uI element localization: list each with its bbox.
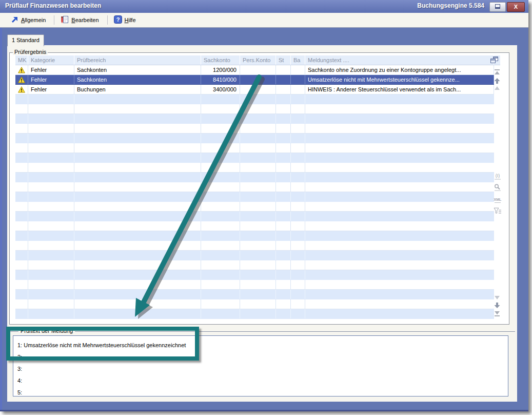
table-cell: Fehler (28, 75, 74, 84)
table-cell (74, 251, 201, 260)
table-empty-row (15, 163, 494, 173)
table-empty-row (15, 260, 494, 270)
table-cell (276, 270, 291, 279)
table-cell (276, 153, 291, 162)
toolbar-button-hilfe[interactable]: ?Hilfe (112, 14, 140, 26)
table-empty-row (15, 124, 494, 134)
table-cell (291, 290, 305, 299)
table-cell (291, 299, 305, 309)
table-cell (276, 280, 291, 289)
table-empty-row (15, 309, 494, 319)
scroll-down-icon[interactable] (494, 294, 502, 303)
column-header[interactable]: Ba (291, 55, 305, 65)
table-cell (276, 231, 291, 240)
table-empty-row (15, 192, 494, 202)
table-cell (201, 163, 240, 172)
column-header[interactable]: Sachkonto (201, 55, 240, 65)
table-cell (276, 85, 291, 94)
table-cell (276, 290, 291, 299)
svg-text:?: ? (116, 16, 120, 23)
app-version: Buchungsengine 5.584 (417, 2, 484, 9)
table-cell (74, 290, 201, 299)
table-cell (276, 241, 291, 250)
table-cell (74, 202, 201, 211)
table-cell (201, 299, 240, 309)
window-title: Prüflauf Finanzwesen bearbeiten (5, 2, 101, 9)
table-cell (276, 134, 291, 143)
table-empty-row (15, 290, 494, 299)
table-cell (74, 134, 201, 143)
table-cell (291, 143, 305, 153)
search-icon[interactable] (494, 183, 502, 192)
table-header-row[interactable]: MKKategoriePrüfbereichSachkontoPers.Kont… (15, 55, 500, 65)
toolbar-button-allgemein[interactable]: Allgemein (8, 14, 50, 26)
scroll-up-icon[interactable] (494, 85, 502, 93)
table-row[interactable]: FehlerBuchungen3400/000HINWEIS : Anderer… (15, 85, 494, 95)
table-cell (201, 124, 240, 133)
table-cell (201, 231, 240, 240)
table-cell (276, 75, 291, 84)
table-cell (291, 85, 305, 94)
table-cell (74, 114, 201, 123)
table-cell (240, 182, 276, 192)
brackets-icon[interactable]: (I) (494, 173, 502, 181)
toolbar-separator (107, 15, 108, 25)
result-table: MKKategoriePrüfbereichSachkontoPers.Kont… (15, 55, 500, 319)
table-cell (15, 221, 28, 231)
xml-icon[interactable]: XML (494, 196, 502, 204)
table-cell (240, 124, 276, 133)
table-cell (291, 104, 305, 114)
table-cell (276, 65, 291, 74)
table-cell (240, 260, 276, 270)
close-button[interactable]: X (507, 2, 525, 12)
memo-line: 3: (17, 363, 508, 375)
table-empty-row (15, 173, 494, 182)
window-left-edge (0, 13, 2, 411)
table-empty-row (15, 202, 494, 212)
table-cell (240, 251, 276, 260)
table-row[interactable]: FehlerSachkonten8410/000Umsatzerlöse nic… (15, 75, 494, 85)
table-cell (74, 212, 201, 221)
table-cell (15, 95, 28, 104)
table-cell (74, 231, 201, 240)
table-cell (15, 251, 28, 260)
title-bar: Prüflauf Finanzwesen bearbeiten Buchungs… (0, 0, 528, 13)
column-header[interactable]: Pers.Konto (240, 55, 276, 65)
table-row[interactable]: FehlerSachkonten1200/000Sachkonto ohne Z… (15, 65, 494, 75)
scroll-to-bottom-icon[interactable] (494, 310, 502, 318)
table-empty-row (15, 104, 494, 114)
table-cell (201, 173, 240, 182)
table-cell (291, 153, 305, 162)
table-empty-row (15, 143, 494, 153)
help-icon: ? (114, 15, 122, 25)
table-cell (201, 95, 240, 104)
restore-button[interactable] (489, 2, 506, 12)
table-cell (276, 299, 291, 309)
table-cell (74, 104, 201, 114)
table-cell (28, 260, 74, 270)
table-cell (291, 212, 305, 221)
tab-standard[interactable]: 1 Standard (7, 34, 44, 46)
table-cell (28, 221, 74, 231)
table-cell (201, 192, 240, 201)
screenshot: Prüflauf Finanzwesen bearbeiten Buchungs… (0, 0, 532, 415)
table-cell (15, 299, 28, 309)
table-empty-row (15, 114, 494, 124)
column-header[interactable]: Kategorie (28, 55, 74, 65)
table-cell (240, 75, 276, 84)
table-cell (28, 309, 74, 318)
table-cell (276, 221, 291, 231)
filter-icon[interactable] (494, 207, 502, 215)
column-header[interactable]: Meldungstext .... (305, 55, 494, 65)
toolbar-button-bearbeiten[interactable]: Bearbeiten (58, 14, 103, 26)
scroll-to-top-icon[interactable] (494, 69, 502, 77)
column-header[interactable]: St (276, 55, 291, 65)
table-cell (276, 212, 291, 221)
move-down-icon[interactable] (494, 302, 502, 310)
table-cell (201, 114, 240, 123)
column-header[interactable]: Prüfbereich (74, 55, 201, 65)
table-cell (276, 260, 291, 270)
table-side-rail: (I)XML (492, 55, 508, 320)
column-header[interactable]: MK (15, 55, 28, 65)
table-cell (74, 241, 201, 250)
